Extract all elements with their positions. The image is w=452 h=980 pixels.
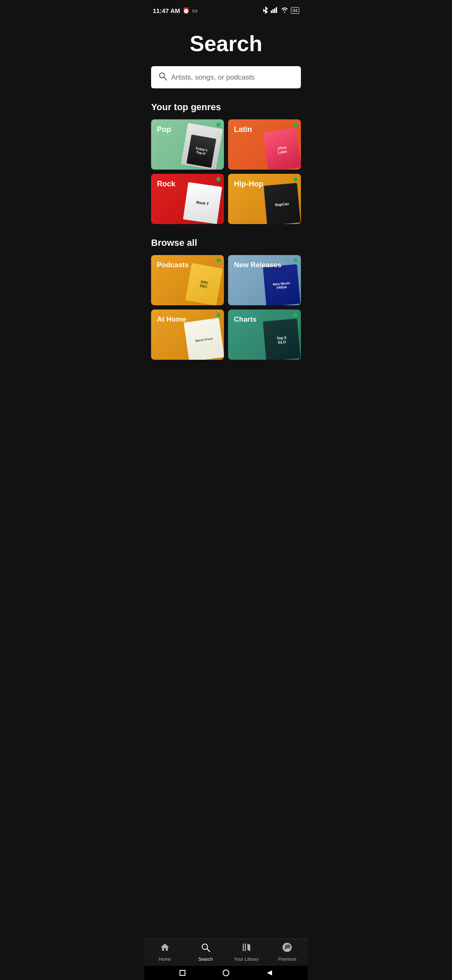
art-newreleases-text: New MusicFRIDA (271, 279, 292, 291)
screen-cast-icon: ▭ (192, 7, 198, 14)
art-at-home: Work From (184, 318, 224, 360)
alarm-icon: ⏰ (182, 7, 190, 14)
genre-label-hiphop: Hip-Hop (234, 180, 263, 188)
browse-label-charts: Charts (234, 315, 257, 324)
spotify-dot-rock (216, 177, 221, 181)
art-athome-text: Work From (193, 335, 215, 345)
art-rock-text: Rock T (194, 198, 211, 208)
art-new-releases: New MusicFRIDA (263, 264, 300, 305)
spotify-dot-charts (293, 313, 298, 317)
search-placeholder: Artists, songs, or podcasts (171, 73, 254, 82)
page-title: Search (151, 18, 301, 66)
wifi-icon (281, 7, 288, 14)
genre-grid: Pop Today'sTop H Latin ¡VivaLatin (151, 119, 301, 224)
svg-rect-4 (276, 7, 277, 13)
svg-rect-1 (272, 9, 274, 13)
signal-icon (271, 7, 278, 14)
spotify-dot-pop (216, 123, 221, 127)
art-latin-text: ¡VivaLatin (275, 143, 289, 157)
browse-card-at-home[interactable]: At Home Work From (151, 309, 224, 360)
genre-card-latin[interactable]: Latin ¡VivaLatin (228, 119, 301, 170)
art-rock: Rock T (183, 182, 222, 224)
spotify-dot-latin (293, 123, 298, 127)
top-genres-title: Your top genres (151, 102, 301, 113)
art-podcasts-text: DIS/PEC (200, 280, 209, 289)
svg-rect-0 (271, 10, 272, 13)
svg-rect-2 (274, 8, 275, 13)
genre-card-pop[interactable]: Pop Today'sTop H (151, 119, 224, 170)
genre-card-hiphop[interactable]: Hip-Hop RapCav (228, 174, 301, 224)
status-bar: 11:47 AM ⏰ ▭ (144, 0, 308, 18)
svg-point-5 (284, 11, 285, 13)
browse-all-title: Browse all (151, 237, 301, 248)
svg-point-6 (159, 73, 164, 78)
browse-grid: Podcasts DIS/PEC New Releases New MusicF… (151, 255, 301, 360)
battery-icon: 94 (291, 7, 299, 14)
art-pop: Today'sTop H (181, 123, 223, 170)
spotify-dot-new-releases (293, 258, 298, 263)
browse-label-at-home: At Home (157, 315, 186, 324)
spotify-dot-hiphop (293, 177, 298, 181)
genre-card-rock[interactable]: Rock Rock T (151, 174, 224, 224)
art-charts: Top 5GLO (263, 319, 300, 360)
battery-level: 94 (293, 8, 298, 13)
art-pop-text: Today'sTop H (193, 145, 209, 157)
spotify-dot-podcasts (216, 258, 221, 263)
status-time: 11:47 AM (153, 7, 180, 14)
art-hiphop-text: RapCav (273, 200, 291, 209)
search-bar-icon (159, 72, 167, 83)
browse-label-podcasts: Podcasts (157, 261, 189, 269)
status-icons: 94 (262, 6, 299, 15)
art-charts-text: Top 5GLO (275, 333, 289, 346)
art-podcasts: DIS/PEC (185, 263, 223, 305)
browse-label-new-releases: New Releases (234, 261, 281, 269)
art-hiphop: RapCav (264, 183, 300, 224)
browse-card-podcasts[interactable]: Podcasts DIS/PEC (151, 255, 224, 305)
svg-line-7 (164, 77, 167, 80)
bluetooth-icon (262, 6, 268, 15)
genre-label-pop: Pop (157, 125, 171, 134)
genre-label-rock: Rock (157, 180, 175, 188)
art-latin: ¡VivaLatin (263, 128, 301, 170)
browse-card-charts[interactable]: Charts Top 5GLO (228, 309, 301, 360)
main-content: Search Artists, songs, or podcasts Your … (144, 18, 308, 393)
genre-label-latin: Latin (234, 125, 252, 134)
search-bar[interactable]: Artists, songs, or podcasts (151, 66, 301, 88)
spotify-dot-at-home (216, 313, 221, 317)
browse-card-new-releases[interactable]: New Releases New MusicFRIDA (228, 255, 301, 305)
